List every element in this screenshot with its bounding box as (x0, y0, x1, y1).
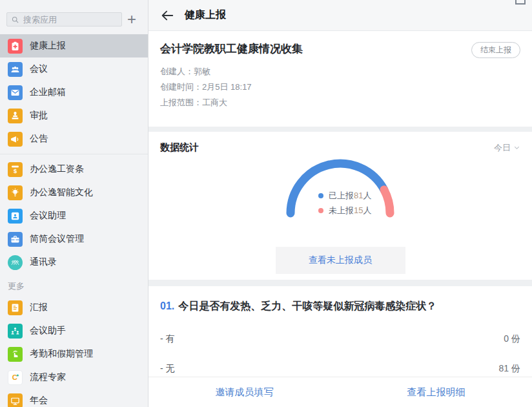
survey-created-time: 创建时间：2月5日 18:17 (160, 79, 520, 95)
survey-creator: 创建人：郭敏 (160, 64, 520, 79)
legend-item-reported: 已上报81人 (318, 188, 371, 203)
gauge-arc-unreported (384, 190, 390, 213)
stats-card: 数据统计 今日 已上报81人 (148, 132, 532, 280)
meeting-icon (8, 62, 23, 77)
sidebar-item-label: 会议助理 (30, 210, 66, 222)
sidebar-item-label: 汇报 (30, 302, 48, 313)
view-unreported-button[interactable]: 查看未上报成员 (276, 247, 405, 274)
sidebar-item-health-report[interactable]: 健康上报 (0, 34, 148, 57)
add-app-button[interactable]: + (122, 12, 141, 26)
option-count: 0 份 (504, 333, 520, 345)
sidebar-item-approval[interactable]: 审批 (0, 104, 148, 127)
annual-meeting-icon (8, 393, 23, 407)
survey-title: 会计学院教职工健康情况收集 (160, 41, 303, 56)
question-number: 01. (160, 300, 174, 311)
back-arrow-icon (160, 8, 174, 23)
footer-action-bar: 邀请成员填写 查看上报明细 (148, 377, 532, 407)
page-title: 健康上报 (185, 8, 226, 22)
meeting-manage-icon (8, 232, 23, 247)
legend-unit: 人 (363, 205, 371, 216)
survey-scope: 上报范围：工商大 (160, 95, 520, 110)
gauge-legend: 已上报81人 未上报15人 (318, 188, 371, 218)
sidebar-item-contacts[interactable]: 通讯录 (0, 251, 148, 274)
option-row-yes: - 有 0 份 (160, 333, 520, 345)
sidebar-item-label: 通讯录 (30, 256, 57, 268)
question-text: 今日是否有发热、乏力、干咳等疑似新冠病毒感染症状？ (178, 300, 436, 311)
culture-icon (8, 185, 23, 200)
sidebar-item-culture[interactable]: 办公逸智能文化 (0, 181, 148, 204)
search-input[interactable] (23, 15, 118, 25)
svg-text:$: $ (14, 167, 17, 174)
view-report-detail-link[interactable]: 查看上报明细 (407, 386, 466, 397)
announcement-icon (8, 132, 23, 147)
legend-item-unreported: 未上报15人 (318, 203, 371, 218)
legend-dot-reported (318, 193, 323, 198)
option-row-no: - 无 81 份 (160, 363, 520, 375)
sidebar-item-label: 健康上报 (30, 40, 66, 52)
option-count: 81 份 (499, 363, 520, 375)
sidebar-item-label: 年会 (30, 395, 48, 406)
app-window: + 健康上报 会议 企业邮箱 审批 (0, 0, 532, 407)
chevron-down-icon (513, 144, 520, 151)
contacts-icon (8, 255, 23, 270)
process-expert-icon: C (8, 370, 23, 385)
sidebar-item-label: 考勤和假期管理 (30, 348, 93, 360)
sidebar-search-row: + (0, 0, 148, 34)
gauge-chart: 已上报81人 未上报15人 (160, 155, 520, 233)
sidebar-item-label: 公告 (30, 133, 48, 145)
sidebar-item-label: 会议 (30, 63, 48, 75)
sidebar-item-label: 办公逸智能文化 (30, 187, 93, 198)
sidebar-item-announcement[interactable]: 公告 (0, 127, 148, 151)
main-content: 会计学院教职工健康情况收集 结束上报 创建人：郭敏 创建时间：2月5日 18:1… (148, 31, 532, 407)
window-control-icon[interactable] (515, 0, 526, 5)
invite-members-link[interactable]: 邀请成员填写 (216, 386, 274, 397)
stats-title: 数据统计 (160, 141, 199, 154)
sidebar-item-label: 会议助手 (30, 325, 66, 337)
date-range-filter[interactable]: 今日 (494, 142, 520, 154)
sidebar-item-mail[interactable]: 企业邮箱 (0, 81, 148, 104)
sidebar-divider (0, 154, 148, 154)
sidebar-item-label: 企业邮箱 (30, 87, 66, 98)
attendance-icon (8, 347, 23, 362)
sidebar-item-label: 流程专家 (30, 371, 66, 383)
date-range-value: 今日 (494, 142, 511, 154)
meeting-helper-icon (8, 324, 23, 339)
back-button[interactable] (159, 7, 176, 24)
main-topbar: 健康上报 (148, 0, 532, 31)
legend-unit: 人 (363, 190, 371, 202)
sidebar-item-label: 简简会议管理 (30, 233, 84, 245)
option-label: - 有 (160, 333, 175, 345)
sidebar-item-report[interactable]: 汇报 (0, 296, 148, 319)
sidebar-item-meeting-manage[interactable]: 简简会议管理 (0, 227, 148, 251)
legend-value: 15 (354, 205, 363, 215)
svg-text:C: C (12, 373, 17, 381)
search-box[interactable] (6, 12, 122, 26)
main-panel: 健康上报 会计学院教职工健康情况收集 结束上报 创建人：郭敏 创建时间：2月5日… (148, 0, 532, 407)
app-sidebar: + 健康上报 会议 企业邮箱 审批 (0, 0, 148, 407)
sidebar-item-label: 审批 (30, 110, 48, 121)
legend-dot-unreported (318, 208, 323, 213)
sidebar-item-process-expert[interactable]: C 流程专家 (0, 366, 148, 389)
survey-info-card: 会计学院教职工健康情况收集 结束上报 创建人：郭敏 创建时间：2月5日 18:1… (148, 31, 532, 127)
sidebar-item-label: 办公逸工资条 (30, 163, 84, 175)
health-report-icon (8, 39, 23, 54)
mail-icon (8, 85, 23, 100)
sidebar-item-salary[interactable]: $ 办公逸工资条 (0, 158, 148, 181)
option-label: - 无 (160, 363, 175, 375)
meeting-assistant-icon (8, 209, 23, 224)
legend-label: 未上报 (329, 205, 354, 216)
salary-icon: $ (8, 162, 23, 177)
approval-icon (8, 109, 23, 123)
end-report-button[interactable]: 结束上报 (471, 42, 520, 58)
sidebar-item-annual-meeting[interactable]: 年会 (0, 389, 148, 407)
search-icon (11, 16, 19, 24)
sidebar-more-label: 更多 (0, 274, 148, 296)
legend-value: 81 (354, 191, 363, 200)
sidebar-item-meeting[interactable]: 会议 (0, 57, 148, 81)
sidebar-item-meeting-helper[interactable]: 会议助手 (0, 319, 148, 342)
report-icon (8, 300, 23, 315)
sidebar-item-attendance[interactable]: 考勤和假期管理 (0, 342, 148, 366)
legend-label: 已上报 (329, 190, 354, 202)
sidebar-item-meeting-assistant[interactable]: 会议助理 (0, 204, 148, 227)
